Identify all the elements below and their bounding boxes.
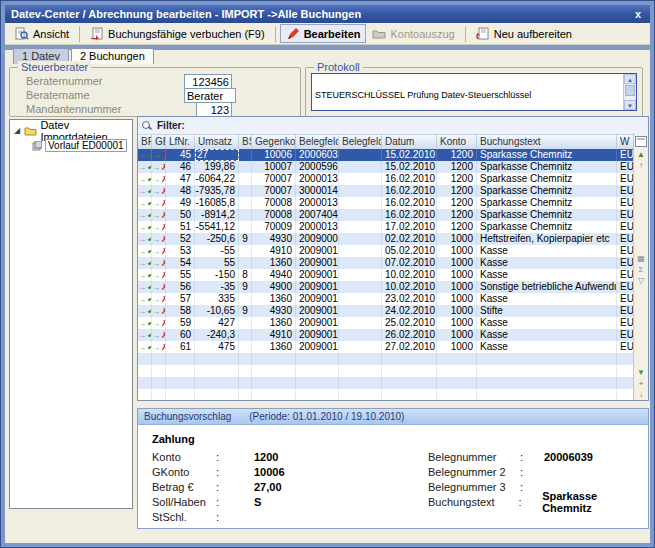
gkonto-row: GKonto : 10006	[152, 464, 285, 479]
column-header-belegfeld2[interactable]: Belegfeld 2	[339, 135, 382, 150]
protokoll-group-title: Protokoll	[314, 61, 363, 73]
column-header-konto[interactable]: Konto	[437, 135, 477, 150]
scroll-up-icon[interactable]: ↑	[639, 160, 643, 171]
grid-empty-row	[138, 389, 634, 400]
column-header-buchungstext[interactable]: Buchungstext	[477, 135, 617, 150]
betrag-label: Betrag €	[152, 481, 216, 493]
grid-row[interactable]: →✔→✗46199,86100072000596115.02.2010 /Mo1…	[138, 161, 634, 173]
konto-row: Konto : 1200	[152, 449, 285, 464]
grid-row[interactable]: →✔→✗5942713602009001625.02.2010 /Do1000K…	[138, 317, 634, 329]
grid-row[interactable]: →✔→✗55-150849402009001210.02.2010 /Mi100…	[138, 269, 634, 281]
bookable-check-icon: →✔	[138, 233, 152, 245]
scroll-up-icon[interactable]: ▲	[624, 74, 636, 84]
vorschlag-left-column: Konto : 1200 GKonto : 10006 Betrag € : 2…	[152, 449, 285, 524]
beratername-input[interactable]	[184, 88, 236, 103]
grid-row[interactable]: →✔→✗50-8914,2700082007404316.02.2010 /Di…	[138, 209, 634, 221]
filter-bar: Filter:	[138, 117, 648, 135]
soll-haben-value: S	[254, 496, 261, 508]
tree-root-datev-importdateien[interactable]: ◢ Datev Importdateien	[10, 123, 132, 138]
list-view-icon[interactable]: ▦	[637, 253, 645, 264]
beratername-label: Beratername	[26, 89, 90, 101]
gkonto-value: 10006	[254, 466, 285, 478]
scrollbar-thumb[interactable]	[625, 85, 635, 96]
grid-row[interactable]: →✔→✗545513602009001107.02.2010 /So1000Ka…	[138, 257, 634, 269]
buchungsfaehige-verbuchen-button[interactable]: Buchungsfähige verbuchen (F9)	[84, 24, 271, 43]
not-booked-icon: →✗	[152, 149, 166, 161]
bearbeiten-button[interactable]: Bearbeiten	[280, 24, 367, 43]
protokoll-groupbox: Protokoll STEUERSCHLÜSSEL Prüfung Datev-…	[305, 67, 643, 117]
datev-center-window: Datev-Center / Abrechnung bearbeiten - I…	[0, 0, 655, 548]
column-header-umsatz[interactable]: Umsatz	[195, 135, 239, 150]
buchungstext-value: Sparkasse Chemnitz	[542, 490, 648, 514]
bookable-check-icon: →✔	[138, 257, 152, 269]
neu-aufbereiten-button[interactable]: Neu aufbereiten	[470, 24, 578, 43]
column-header-bf[interactable]: BF	[138, 135, 152, 150]
grid-row[interactable]: →✔→✗6147513602009001827.02.2010 /Sa1000K…	[138, 341, 634, 353]
column-header-w[interactable]: W	[617, 135, 634, 150]
kontoauszug-button[interactable]: Kontoauszug	[366, 24, 460, 43]
mandantennummer-label: Mandantennummer	[26, 103, 121, 115]
grid-row[interactable]: →✔→✗49-16085,8700082000013516.02.2010 /D…	[138, 197, 634, 209]
mandantennummer-input[interactable]	[196, 102, 232, 117]
grid-empty-row	[138, 353, 634, 365]
tree-expander-icon[interactable]: ◢	[14, 126, 21, 135]
title-bar: Datev-Center / Abrechnung bearbeiten - I…	[5, 5, 650, 23]
tree-item-vorlauf[interactable]: Vorlauf ED00001	[10, 138, 132, 153]
filter-funnel-icon[interactable]: ▽	[638, 275, 644, 286]
grid-row[interactable]: →✔→✗48-7935,78700073000014516.02.2010 /D…	[138, 185, 634, 197]
protokoll-scrollbar[interactable]: ▲ ▼	[623, 74, 636, 110]
scroll-top-icon[interactable]: ▲	[637, 149, 645, 160]
grid-side-toolbar: ▲ ↑ ▦ Σ ▽ ▼ + ↓	[633, 133, 648, 400]
not-booked-icon: →✗	[152, 233, 166, 245]
bookable-check-icon: →✔	[138, 197, 152, 209]
stschl-row: StSchl. :	[152, 509, 285, 524]
beratername-row: Beratername	[26, 88, 90, 102]
edit-pen-icon	[286, 27, 300, 40]
buchungstext-row: Buchungstext : Sparkasse Chemnitz	[428, 494, 648, 509]
column-chooser-icon[interactable]	[635, 136, 647, 147]
protokoll-textbox[interactable]: STEUERSCHLÜSSEL Prüfung Datev-Steuerschl…	[311, 73, 637, 111]
column-header-datum[interactable]: Datum	[382, 135, 437, 150]
search-icon[interactable]	[142, 121, 151, 130]
grid-row[interactable]: →✔→✗51-5541,12700092000013617.02.2010 /M…	[138, 221, 634, 233]
grid-row[interactable]: →✔→✗52-250,6949302009000902.02.2010 /Di1…	[138, 233, 634, 245]
not-booked-icon: →✗	[152, 185, 166, 197]
grid-row[interactable]: →✔→✗47-6064,22700072000013416.02.2010 /D…	[138, 173, 634, 185]
column-header-gb[interactable]: GB	[152, 135, 166, 150]
vorschlag-right-column: Belegnummer : 20006039 Belegnummer 2 : B…	[428, 449, 648, 509]
column-header-belegfeld1[interactable]: Belegfeld 1	[296, 135, 339, 150]
column-header-gegenkonto[interactable]: Gegenkonto	[252, 135, 296, 150]
grid-row[interactable]: →✔→✗53-5549102009001005.02.2010 /Fr1000K…	[138, 245, 634, 257]
close-icon[interactable]: x	[632, 8, 644, 20]
grid-row[interactable]: →✔→✗60-240,349102009001726.02.2010 /Fr10…	[138, 329, 634, 341]
toolbar-separator	[465, 26, 466, 42]
scroll-down-icon[interactable]: ▼	[637, 367, 645, 378]
add-row-icon[interactable]: +	[639, 378, 644, 389]
konto-label: Konto	[152, 451, 216, 463]
column-header-lfnr[interactable]: LfNr.	[166, 135, 195, 150]
zahlung-section-title: Zahlung	[152, 433, 195, 445]
bookable-check-icon: →✔	[138, 149, 152, 161]
post-bookings-icon	[90, 27, 104, 40]
grid-row[interactable]: →✔→✗4527100062000603915.02.2010 /Mo1200S…	[138, 149, 634, 161]
buchungstext-label: Buchungstext	[428, 496, 519, 508]
not-booked-icon: →✗	[152, 317, 166, 329]
belegnummer-value: 20006039	[544, 451, 593, 463]
folder-icon	[24, 126, 37, 136]
grid-row[interactable]: →✔→✗56-35949002009001310.02.2010 /Mi1000…	[138, 281, 634, 293]
search-icon[interactable]: Σ	[639, 264, 644, 275]
not-booked-icon: →✗	[152, 197, 166, 209]
bookable-check-icon: →✔	[138, 341, 152, 353]
grid-row[interactable]: →✔→✗5733513602009001423.02.2010 /Di1000K…	[138, 293, 634, 305]
betrag-value: 27,00	[254, 481, 282, 493]
ansicht-button[interactable]: Ansicht	[9, 24, 75, 43]
not-booked-icon: →✗	[152, 245, 166, 257]
import-files-tree: ◢ Datev Importdateien Vorlauf ED00001	[9, 119, 133, 509]
grid-row[interactable]: →✔→✗58-10,65949302009001524.02.2010 /Mi1…	[138, 305, 634, 317]
scroll-end-icon[interactable]: ↓	[639, 389, 643, 400]
bookable-check-icon: →✔	[138, 329, 152, 341]
scroll-down-icon[interactable]: ▼	[624, 100, 636, 110]
bookable-check-icon: →✔	[138, 209, 152, 221]
beraternummer-input[interactable]	[184, 74, 232, 89]
column-header-bs[interactable]: BS	[239, 135, 252, 150]
